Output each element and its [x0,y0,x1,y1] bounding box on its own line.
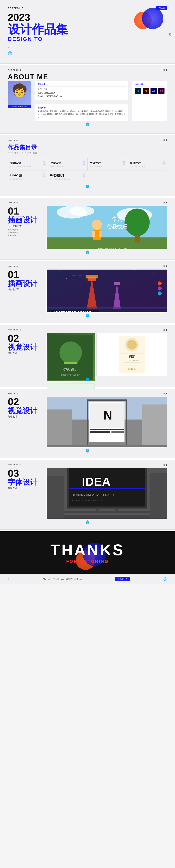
svg-rect-61 [126,400,127,445]
mini-squares-decoration [164,69,167,71]
catalog-title: 作品集目录 [8,144,167,152]
skills-title: 专业技能 [135,83,165,87]
work1-desc: 设计系列插画 不变的是插画 人像与字体 [8,228,43,237]
thanks-section: THANKS FOR WATCHING [0,531,175,574]
work5-left: 03 字体设计 灯箱设计 [8,468,43,491]
svg-rect-80 [47,514,167,515]
work5-num: 03 [8,468,43,478]
catalog-row2: 5 LOGO设计 LOGO DESIGN 6 IP/包装设计 IP/PACKAG… [8,171,167,183]
work3-subtitle: 海报设计 [8,351,43,355]
sq11 [164,393,165,394]
svg-rect-35 [64,362,78,364]
svg-rect-58 [142,405,167,447]
catalog-item-6: 6 IP/包装设计 IP/PACKAGING DESIGN [48,171,88,183]
svg-point-6 [124,209,149,236]
svg-rect-75 [69,488,145,489]
svg-text:LEARNING GIVES ME HAPPY: LEARNING GIVES ME HAPPY [97,248,128,249]
work2-subtitle: 近似色插画 [8,288,43,291]
work1-globe-icon: 🌐 [8,249,167,255]
svg-rect-10 [99,231,101,237]
footer-globe-icon: 🌐 [163,577,167,581]
svg-point-53 [131,368,133,370]
work4-num: 02 [8,397,43,407]
work2-left: 01 插画设计 近似色插画 [8,270,43,292]
work2-squares [164,266,167,267]
work1-header: PORTFOLIO [8,202,167,204]
svg-rect-9 [92,231,95,237]
svg-text:N: N [103,408,112,422]
work5-header: PORTFOLIO [8,464,167,466]
work1-subtitle: 学习使我升华 [8,224,43,227]
svg-rect-50 [124,362,140,363]
work1-image: 学习 使我快乐 LEARNING GIVES ME HAPPY [47,206,167,249]
work1-section: PORTFOLIO 01 插画设计 学习使我升华 设计系列插画 不变的是插画 人… [0,198,175,260]
svg-text:xianpic.com: xianpic.com [72,274,83,276]
svg-point-31 [158,291,162,296]
thanks-title: THANKS [8,541,167,559]
sq5 [164,202,165,204]
avatar-container: 🧒 张铁蛋 视觉设计师 [8,81,31,108]
ps-icon: Ps [135,88,141,94]
catalog-item-1: 1 插画设计 ILLUSTRATION DESIGN [8,158,48,170]
svg-rect-68 [47,444,167,447]
svg-text:GREEN SALAD: GREEN SALAD [61,374,80,377]
sq6 [166,202,167,204]
svg-rect-65 [90,429,124,430]
self-eval-box: 自我评价 本人性格开朗，善于交流，2年设计经验，精通 ps、ai、cdr等软件；… [35,104,128,121]
work1-layout: 01 插画设计 学习使我升华 设计系列插画 不变的是插画 人像与字体 [8,206,167,249]
basic-info-box: 基本信息 学历：广州 电话：12345678910I Email：1245678… [35,81,128,100]
svg-rect-26 [47,307,167,308]
skills-icons: Ps Ai Ae Xd [135,88,165,94]
svg-text:DESIGN WORKS: DESIGN WORKS [127,365,137,366]
work4-left: 02 视觉设计 灯箱设计 [8,397,43,419]
svg-point-54 [134,368,136,370]
sq10 [166,329,167,331]
svg-text:饱卤设计: 饱卤设计 [63,367,78,371]
svg-point-21 [59,271,60,271]
svg-rect-47 [121,353,143,354]
work2-portfolio-label: PORTFOLIO [8,265,22,267]
basic-info-title: 基本信息 [38,83,126,87]
catalog-item-5-en: LOGO DESIGN [10,178,45,180]
svg-rect-60 [87,400,88,445]
work5-portfolio-label: PORTFOLIO [8,464,22,466]
divider-1 [0,64,175,65]
work4-layout: 02 视觉设计 灯箱设计 [8,397,167,447]
catalog-item-2: 2 视觉设计 VISUAL DESIGN [48,158,88,170]
work5-globe-icon: 🌐 [8,519,167,526]
svg-rect-66 [90,431,110,433]
catalog-item-3-title: 字体设计 [90,161,125,165]
sq13 [164,464,165,466]
footer-preview-button[interactable]: 预览设计师 [115,577,130,581]
footer-contact: TEL：12345678910I Mail：12456789@QQ.com [43,578,82,580]
catalog-grid: 1 插画设计 ILLUSTRATION DESIGN 2 视觉设计 VISUAL… [8,158,167,171]
catalog-title-en: PORTFOLIO CATALOG [8,152,167,154]
email-row: Email：12456789@QQ.com [38,95,126,98]
sq1 [164,69,165,71]
svg-point-30 [158,286,162,290]
work3-left-col: 饱卤设计 GREEN SALAD GREEN SALAD [47,333,95,376]
work2-layout: 01 插画设计 近似色插画 [8,270,167,312]
phone-row: 电话：12345678910I [38,91,126,95]
work4-globe-icon: 🌐 [8,447,167,454]
skills-box: 专业技能 Ps Ai Ae Xd [132,81,167,121]
catalog-item-4-title: 画屏设计 [130,161,165,165]
svg-rect-57 [47,409,72,447]
work3-left: 02 视觉设计 海报设计 [8,333,43,355]
svg-rect-4 [47,238,167,249]
svg-text:学习: 学习 [112,216,123,222]
hero-header: PORTFOLIO 作品集 [8,6,167,10]
hero-side-text: 设计师个人作品集 [169,31,171,33]
catalog-portfolio-label: PORTFOLIO [8,139,22,141]
work4-squares [164,393,167,394]
blob-blue-decoration [142,8,163,29]
poster-frame: 闻艺 CULTURE & ARTS DESIGN WORKS [96,333,168,376]
catalog-item-2-title: 视觉设计 [50,161,85,165]
svg-text:闻艺: 闻艺 [129,355,135,358]
hero-globe-icon: 🌐 [8,51,167,55]
svg-point-24 [152,273,152,274]
work3-section: PORTFOLIO 02 视觉设计 海报设计 饱卤设计 [0,325,175,387]
work1-squares [164,202,167,204]
divider-4 [0,260,175,261]
svg-point-2 [69,206,94,216]
